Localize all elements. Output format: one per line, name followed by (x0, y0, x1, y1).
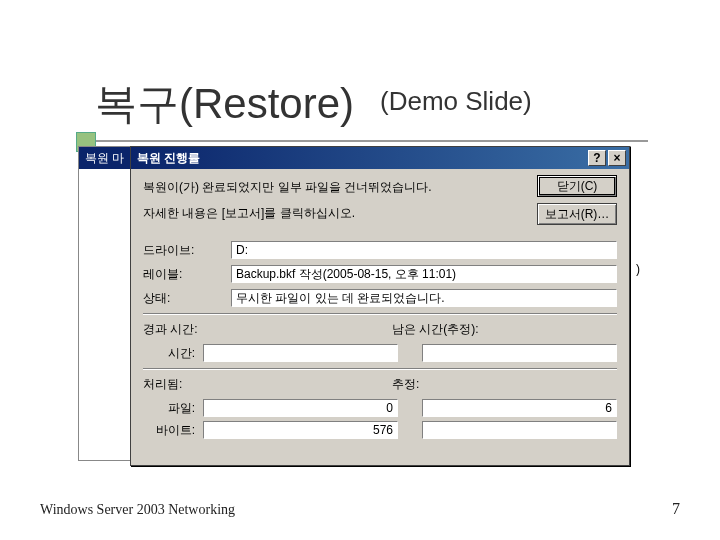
separator-1 (143, 313, 617, 315)
row-file: 파일: 0 6 (143, 399, 617, 417)
value-drive: D: (231, 241, 617, 259)
footer-text: Windows Server 2003 Networking (40, 502, 235, 518)
value-label: Backup.bkf 작성(2005-08-15, 오후 11:01) (231, 265, 617, 283)
background-window-title: 복원 마 (79, 147, 131, 169)
dialog-title: 복원 진행률 (137, 150, 586, 167)
label-drive: 드라이브: (143, 242, 231, 259)
value-remaining (422, 344, 617, 362)
slide: 복구(Restore) (Demo Slide) 복원 마 ) 복원 진행률 ?… (0, 0, 720, 540)
row-time: 시간: (143, 344, 617, 362)
dialog-body: 복원이(가) 완료되었지만 일부 파일을 건너뛰었습니다. 자세한 내용은 [보… (131, 169, 629, 447)
value-file-estimated: 6 (422, 399, 617, 417)
title-rule (78, 140, 648, 142)
dialog-titlebar: 복원 진행률 ? × (131, 147, 629, 169)
slide-title: 복구(Restore) (95, 76, 354, 132)
value-file-processed: 0 (203, 399, 398, 417)
slide-subtitle: (Demo Slide) (380, 86, 532, 117)
value-status: 무시한 파일이 있는 데 완료되었습니다. (231, 289, 617, 307)
value-bytes-processed: 576 (203, 421, 398, 439)
value-bytes-estimated (422, 421, 617, 439)
label-file: 파일: (143, 400, 195, 417)
row-status: 상태: 무시한 파일이 있는 데 완료되었습니다. (143, 289, 617, 307)
value-elapsed (203, 344, 398, 362)
row-bytes: 바이트: 576 (143, 421, 617, 439)
label-status: 상태: (143, 290, 231, 307)
label-processed: 처리됨: (143, 376, 368, 393)
restore-progress-dialog: 복원 진행률 ? × 복원이(가) 완료되었지만 일부 파일을 건너뛰었습니다.… (130, 146, 630, 466)
report-button[interactable]: 보고서(R)… (537, 203, 617, 225)
separator-2 (143, 368, 617, 370)
label-estimated: 추정: (392, 376, 617, 393)
label-remaining: 남은 시간(추정): (392, 321, 617, 338)
label-time: 시간: (143, 345, 195, 362)
time-columns: 경과 시간: 남은 시간(추정): (143, 321, 617, 340)
status-message-1: 복원이(가) 완료되었지만 일부 파일을 건너뛰었습니다. (143, 179, 443, 195)
fields-section: 드라이브: D: 레이블: Backup.bkf 작성(2005-08-15, … (143, 241, 617, 307)
row-label: 레이블: Backup.bkf 작성(2005-08-15, 오후 11:01) (143, 265, 617, 283)
close-icon[interactable]: × (608, 150, 626, 166)
count-columns: 처리됨: 추정: (143, 376, 617, 395)
row-drive: 드라이브: D: (143, 241, 617, 259)
label-elapsed: 경과 시간: (143, 321, 368, 338)
help-icon[interactable]: ? (588, 150, 606, 166)
page-number: 7 (672, 500, 680, 518)
stray-paren: ) (636, 262, 640, 276)
status-message-2: 자세한 내용은 [보고서]를 클릭하십시오. (143, 205, 443, 221)
label-label: 레이블: (143, 266, 231, 283)
close-button[interactable]: 닫기(C) (537, 175, 617, 197)
label-bytes: 바이트: (143, 422, 195, 439)
